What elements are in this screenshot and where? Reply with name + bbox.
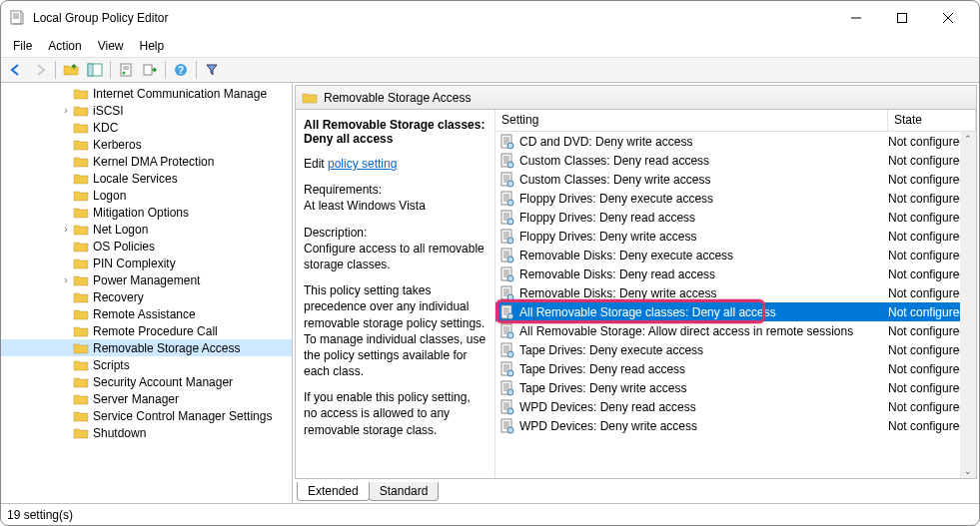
menu-file[interactable]: File [5,37,40,55]
menu-help[interactable]: Help [132,37,173,55]
help-button[interactable]: ? [170,59,192,81]
menu-action[interactable]: Action [40,37,89,55]
requirements-text: At least Windows Vista [304,199,426,213]
setting-row[interactable]: Removable Disks: Deny read accessNot con… [495,264,976,283]
folder-icon [73,206,89,220]
svg-point-34 [507,181,513,187]
policy-icon [499,172,515,188]
setting-name: All Removable Storage classes: Deny all … [519,305,888,319]
tree-item-label: Kernel DMA Protection [89,155,214,169]
setting-row[interactable]: Removable Disks: Deny execute accessNot … [495,246,976,264]
tree-item[interactable]: ›Power Management [1,271,292,288]
policy-icon [499,153,515,169]
policy-icon [499,342,515,358]
setting-name: CD and DVD: Deny write access [519,135,888,149]
expand-icon[interactable]: › [59,224,73,235]
view-tabs: Extended Standard [293,481,979,503]
svg-point-28 [507,162,513,168]
tree-item[interactable]: Locale Services [1,170,292,187]
tree-item[interactable]: Mitigation Options [1,204,292,221]
setting-row[interactable]: WPD Devices: Deny read accessNot configu… [495,397,976,416]
tree-item[interactable]: Kernel DMA Protection [1,153,292,170]
policy-icon [499,399,515,415]
tree-item[interactable]: Internet Communication Manage [1,85,292,102]
folder-icon [73,240,89,254]
setting-row[interactable]: Tape Drives: Deny read accessNot configu… [495,359,976,378]
filter-button[interactable] [201,59,223,81]
tree-item[interactable]: Scripts [1,356,292,373]
scroll-down-icon[interactable]: ⌄ [964,466,972,476]
setting-row[interactable]: Tape Drives: Deny execute accessNot conf… [495,340,976,359]
tree-pane[interactable]: Internet Communication Manage›iSCSIKDCKe… [1,83,293,503]
setting-name: Tape Drives: Deny execute access [519,343,888,357]
svg-text:?: ? [178,65,184,76]
tree-item[interactable]: ›iSCSI [1,102,292,119]
tree-item[interactable]: Kerberos [1,136,292,153]
setting-name: All Removable Storage: Allow direct acce… [519,324,888,338]
col-setting[interactable]: Setting [495,110,888,131]
svg-point-94 [507,370,513,376]
tree-item[interactable]: ›Net Logon [1,221,292,238]
setting-row[interactable]: Floppy Drives: Deny write accessNot conf… [495,227,976,246]
col-state[interactable]: State [888,110,976,131]
setting-name: Removable Disks: Deny read access [519,267,888,281]
tree-item-label: Shutdown [89,426,146,440]
back-button[interactable] [5,59,27,81]
tree-item-label: OS Policies [89,240,155,254]
tree-item[interactable]: Server Manager [1,390,292,407]
up-button[interactable] [60,59,82,81]
tree-item[interactable]: KDC [1,119,292,136]
scroll-up-icon[interactable]: ⌃ [964,134,972,144]
tree-item[interactable]: Removable Storage Access [1,339,292,356]
edit-policy-link[interactable]: policy setting [328,157,397,171]
setting-row[interactable]: CD and DVD: Deny write accessNot configu… [495,132,976,151]
svg-point-58 [507,257,513,263]
tree-item[interactable]: OS Policies [1,238,292,255]
list-rows[interactable]: CD and DVD: Deny write accessNot configu… [495,132,976,478]
maximize-button[interactable] [879,3,925,33]
close-button[interactable] [925,3,971,33]
svg-rect-14 [144,65,152,75]
properties-button[interactable] [115,59,137,81]
export-button[interactable] [139,59,161,81]
forward-button[interactable] [29,59,51,81]
tree-item[interactable]: Remote Assistance [1,305,292,322]
tab-extended[interactable]: Extended [297,482,370,501]
setting-row[interactable]: All Removable Storage classes: Deny all … [495,302,976,321]
show-hide-tree-button[interactable] [84,59,106,81]
tree-item[interactable]: Recovery [1,288,292,305]
tree-item[interactable]: PIN Complexity [1,255,292,271]
minimize-button[interactable] [833,3,879,33]
setting-name: WPD Devices: Deny read access [519,400,888,414]
svg-point-46 [507,219,513,225]
tree-item[interactable]: Logon [1,187,292,204]
expand-icon[interactable]: › [59,274,73,285]
folder-icon [73,189,89,203]
expand-icon[interactable]: › [59,105,73,116]
description-para1: This policy setting takes precedence ove… [304,282,487,379]
tab-standard[interactable]: Standard [369,482,440,501]
tree-item-label: iSCSI [89,104,124,118]
folder-icon [73,155,89,169]
setting-row[interactable]: Removable Disks: Deny write accessNot co… [495,283,976,302]
tree-item-label: Locale Services [89,172,178,186]
setting-row[interactable]: Custom Classes: Deny write accessNot con… [495,170,976,189]
svg-point-13 [123,72,126,75]
menu-view[interactable]: View [90,37,132,55]
folder-icon [73,375,89,389]
tree-item[interactable]: Service Control Manager Settings [1,407,292,424]
tree-item[interactable]: Security Account Manager [1,373,292,390]
setting-row[interactable]: WPD Devices: Deny write accessNot config… [495,416,976,435]
tree-item[interactable]: Remote Procedure Call [1,322,292,339]
setting-row[interactable]: Custom Classes: Deny read accessNot conf… [495,151,976,170]
tree-item-label: Security Account Manager [89,375,233,389]
setting-row[interactable]: All Removable Storage: Allow direct acce… [495,321,976,340]
tree-item[interactable]: Shutdown [1,424,292,441]
policy-icon [499,229,515,245]
setting-row[interactable]: Tape Drives: Deny write accessNot config… [495,378,976,397]
setting-row[interactable]: Floppy Drives: Deny execute accessNot co… [495,189,976,208]
tree-item-label: KDC [89,121,118,135]
list-scrollbar[interactable]: ⌃ ⌄ [960,132,976,478]
setting-name: Removable Disks: Deny execute access [519,249,888,263]
setting-row[interactable]: Floppy Drives: Deny read accessNot confi… [495,208,976,227]
